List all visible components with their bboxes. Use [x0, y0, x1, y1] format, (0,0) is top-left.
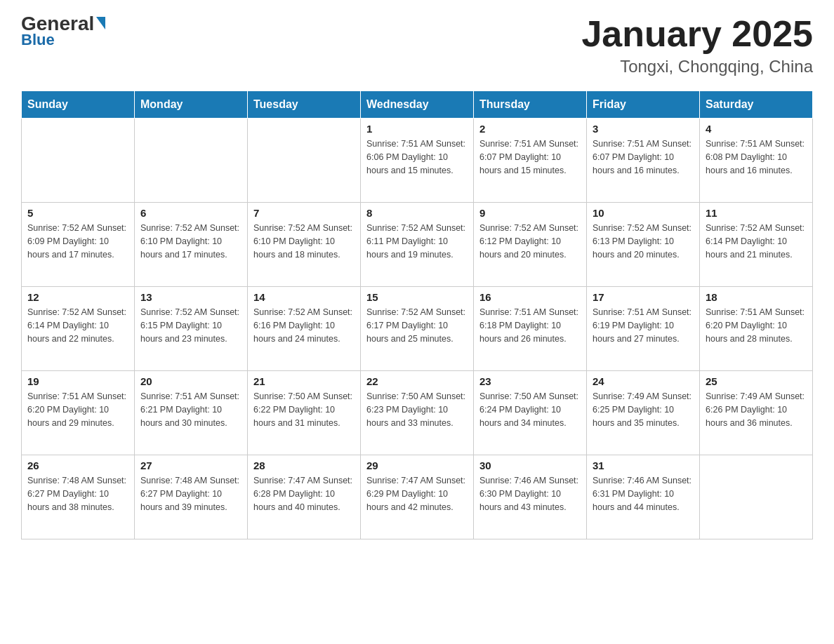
table-row: 1Sunrise: 7:51 AM Sunset: 6:06 PM Daylig… — [361, 119, 474, 203]
table-row: 20Sunrise: 7:51 AM Sunset: 6:21 PM Dayli… — [135, 371, 248, 455]
day-info: Sunrise: 7:52 AM Sunset: 6:13 PM Dayligh… — [593, 222, 694, 261]
day-number: 21 — [253, 375, 355, 387]
day-info: Sunrise: 7:52 AM Sunset: 6:15 PM Dayligh… — [140, 306, 241, 345]
day-number: 20 — [140, 375, 241, 387]
day-number: 3 — [593, 123, 694, 135]
table-row: 7Sunrise: 7:52 AM Sunset: 6:10 PM Daylig… — [248, 203, 361, 287]
day-info: Sunrise: 7:51 AM Sunset: 6:21 PM Dayligh… — [140, 390, 241, 429]
day-number: 16 — [479, 291, 581, 303]
table-row — [248, 119, 361, 203]
day-number: 25 — [706, 375, 807, 387]
table-row: 4Sunrise: 7:51 AM Sunset: 6:08 PM Daylig… — [700, 119, 813, 203]
day-info: Sunrise: 7:48 AM Sunset: 6:27 PM Dayligh… — [27, 474, 128, 514]
title-block: January 2025 Tongxi, Chongqing, China — [581, 14, 813, 76]
table-row: 22Sunrise: 7:50 AM Sunset: 6:23 PM Dayli… — [361, 371, 474, 455]
calendar-week-row: 26Sunrise: 7:48 AM Sunset: 6:27 PM Dayli… — [22, 455, 813, 539]
day-number: 29 — [366, 459, 468, 471]
day-info: Sunrise: 7:47 AM Sunset: 6:29 PM Dayligh… — [366, 474, 468, 514]
col-wednesday: Wednesday — [361, 91, 474, 119]
table-row: 5Sunrise: 7:52 AM Sunset: 6:09 PM Daylig… — [22, 203, 135, 287]
day-info: Sunrise: 7:52 AM Sunset: 6:11 PM Dayligh… — [366, 222, 468, 261]
day-info: Sunrise: 7:49 AM Sunset: 6:25 PM Dayligh… — [593, 390, 694, 429]
table-row: 30Sunrise: 7:46 AM Sunset: 6:30 PM Dayli… — [474, 455, 587, 539]
day-info: Sunrise: 7:47 AM Sunset: 6:28 PM Dayligh… — [253, 474, 355, 514]
col-sunday: Sunday — [22, 91, 135, 119]
day-info: Sunrise: 7:46 AM Sunset: 6:31 PM Dayligh… — [593, 474, 694, 514]
table-row: 29Sunrise: 7:47 AM Sunset: 6:29 PM Dayli… — [361, 455, 474, 539]
table-row: 18Sunrise: 7:51 AM Sunset: 6:20 PM Dayli… — [700, 287, 813, 371]
table-row — [135, 119, 248, 203]
table-row: 26Sunrise: 7:48 AM Sunset: 6:27 PM Dayli… — [22, 455, 135, 539]
table-row: 24Sunrise: 7:49 AM Sunset: 6:25 PM Dayli… — [587, 371, 700, 455]
table-row: 13Sunrise: 7:52 AM Sunset: 6:15 PM Dayli… — [135, 287, 248, 371]
col-monday: Monday — [135, 91, 248, 119]
calendar-table: Sunday Monday Tuesday Wednesday Thursday… — [21, 90, 813, 539]
day-info: Sunrise: 7:52 AM Sunset: 6:12 PM Dayligh… — [479, 222, 581, 261]
day-number: 14 — [253, 291, 355, 303]
table-row: 23Sunrise: 7:50 AM Sunset: 6:24 PM Dayli… — [474, 371, 587, 455]
day-number: 4 — [706, 123, 807, 135]
table-row: 12Sunrise: 7:52 AM Sunset: 6:14 PM Dayli… — [22, 287, 135, 371]
day-info: Sunrise: 7:46 AM Sunset: 6:30 PM Dayligh… — [479, 474, 581, 514]
calendar-week-row: 5Sunrise: 7:52 AM Sunset: 6:09 PM Daylig… — [22, 203, 813, 287]
logo-blue: Blue — [21, 31, 55, 49]
day-number: 2 — [479, 123, 581, 135]
table-row: 8Sunrise: 7:52 AM Sunset: 6:11 PM Daylig… — [361, 203, 474, 287]
day-number: 18 — [706, 291, 807, 303]
day-info: Sunrise: 7:52 AM Sunset: 6:14 PM Dayligh… — [706, 222, 807, 261]
day-number: 7 — [253, 207, 355, 219]
day-info: Sunrise: 7:52 AM Sunset: 6:14 PM Dayligh… — [27, 306, 128, 345]
day-info: Sunrise: 7:51 AM Sunset: 6:06 PM Dayligh… — [366, 137, 468, 177]
table-row: 11Sunrise: 7:52 AM Sunset: 6:14 PM Dayli… — [700, 203, 813, 287]
day-number: 8 — [366, 207, 468, 219]
calendar-title: January 2025 — [581, 14, 813, 54]
day-number: 26 — [27, 459, 128, 471]
day-info: Sunrise: 7:51 AM Sunset: 6:20 PM Dayligh… — [27, 390, 128, 429]
day-number: 22 — [366, 375, 468, 387]
day-number: 30 — [479, 459, 581, 471]
calendar-week-row: 19Sunrise: 7:51 AM Sunset: 6:20 PM Dayli… — [22, 371, 813, 455]
col-tuesday: Tuesday — [248, 91, 361, 119]
day-number: 19 — [27, 375, 128, 387]
day-number: 6 — [140, 207, 241, 219]
day-number: 31 — [593, 459, 694, 471]
calendar-week-row: 1Sunrise: 7:51 AM Sunset: 6:06 PM Daylig… — [22, 119, 813, 203]
col-friday: Friday — [587, 91, 700, 119]
day-number: 5 — [27, 207, 128, 219]
table-row: 25Sunrise: 7:49 AM Sunset: 6:26 PM Dayli… — [700, 371, 813, 455]
day-info: Sunrise: 7:52 AM Sunset: 6:10 PM Dayligh… — [253, 222, 355, 261]
day-info: Sunrise: 7:50 AM Sunset: 6:23 PM Dayligh… — [366, 390, 468, 429]
day-number: 12 — [27, 291, 128, 303]
day-number: 9 — [479, 207, 581, 219]
day-info: Sunrise: 7:52 AM Sunset: 6:16 PM Dayligh… — [253, 306, 355, 345]
table-row — [700, 455, 813, 539]
table-row: 19Sunrise: 7:51 AM Sunset: 6:20 PM Dayli… — [22, 371, 135, 455]
day-number: 23 — [479, 375, 581, 387]
day-info: Sunrise: 7:49 AM Sunset: 6:26 PM Dayligh… — [706, 390, 807, 429]
day-number: 15 — [366, 291, 468, 303]
day-info: Sunrise: 7:48 AM Sunset: 6:27 PM Dayligh… — [140, 474, 241, 514]
day-number: 1 — [366, 123, 468, 135]
table-row: 2Sunrise: 7:51 AM Sunset: 6:07 PM Daylig… — [474, 119, 587, 203]
col-saturday: Saturday — [700, 91, 813, 119]
table-row: 10Sunrise: 7:52 AM Sunset: 6:13 PM Dayli… — [587, 203, 700, 287]
table-row: 6Sunrise: 7:52 AM Sunset: 6:10 PM Daylig… — [135, 203, 248, 287]
day-number: 11 — [706, 207, 807, 219]
table-row: 14Sunrise: 7:52 AM Sunset: 6:16 PM Dayli… — [248, 287, 361, 371]
table-row: 9Sunrise: 7:52 AM Sunset: 6:12 PM Daylig… — [474, 203, 587, 287]
table-row: 27Sunrise: 7:48 AM Sunset: 6:27 PM Dayli… — [135, 455, 248, 539]
day-info: Sunrise: 7:52 AM Sunset: 6:17 PM Dayligh… — [366, 306, 468, 345]
day-number: 10 — [593, 207, 694, 219]
day-info: Sunrise: 7:51 AM Sunset: 6:18 PM Dayligh… — [479, 306, 581, 345]
day-info: Sunrise: 7:52 AM Sunset: 6:09 PM Dayligh… — [27, 222, 128, 261]
day-number: 13 — [140, 291, 241, 303]
page-header: General Blue January 2025 Tongxi, Chongq… — [21, 14, 813, 76]
table-row: 17Sunrise: 7:51 AM Sunset: 6:19 PM Dayli… — [587, 287, 700, 371]
day-info: Sunrise: 7:51 AM Sunset: 6:08 PM Dayligh… — [706, 137, 807, 177]
table-row: 15Sunrise: 7:52 AM Sunset: 6:17 PM Dayli… — [361, 287, 474, 371]
day-info: Sunrise: 7:51 AM Sunset: 6:19 PM Dayligh… — [593, 306, 694, 345]
table-row: 16Sunrise: 7:51 AM Sunset: 6:18 PM Dayli… — [474, 287, 587, 371]
calendar-week-row: 12Sunrise: 7:52 AM Sunset: 6:14 PM Dayli… — [22, 287, 813, 371]
day-info: Sunrise: 7:52 AM Sunset: 6:10 PM Dayligh… — [140, 222, 241, 261]
table-row: 28Sunrise: 7:47 AM Sunset: 6:28 PM Dayli… — [248, 455, 361, 539]
